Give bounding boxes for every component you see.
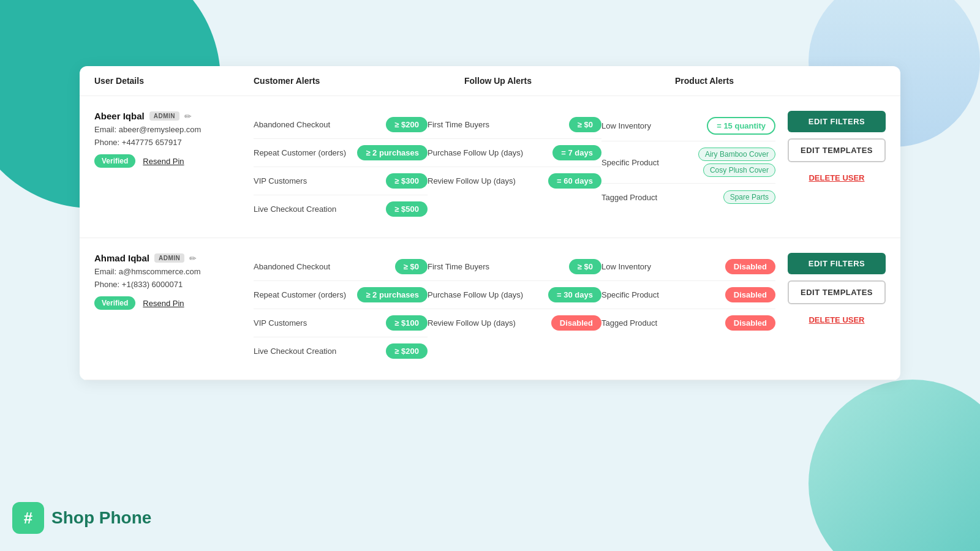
edit-filters-button[interactable]: EDIT FILTERS bbox=[788, 253, 886, 274]
user-row: Abeer Iqbal ADMIN ✏ Email: abeer@remysle… bbox=[80, 96, 900, 238]
follow-up-alert-item: Review Follow Up (days) = 60 days bbox=[428, 167, 601, 195]
user-phone: Phone: +447775 657917 bbox=[94, 138, 254, 147]
follow-up-alert-value: = 7 days bbox=[552, 145, 601, 160]
follow-up-alert-value: = 60 days bbox=[548, 173, 601, 189]
alert-label: VIP Customers bbox=[254, 176, 386, 186]
follow-up-alert-value: ≥ $0 bbox=[569, 117, 601, 132]
product-alert-value: Disabled bbox=[725, 287, 775, 302]
verified-badge: Verified bbox=[94, 154, 135, 168]
user-details: Ahmad Iqbal ADMIN ✏ Email: a@hmscommerce… bbox=[94, 253, 254, 310]
product-tags: Airy Bamboo CoverCosy Plush Cover bbox=[698, 148, 775, 177]
follow-up-alert-label: Review Follow Up (days) bbox=[428, 318, 551, 328]
follow-up-alert-label: Purchase Follow Up (days) bbox=[428, 148, 552, 157]
user-email: Email: a@hmscommerce.com bbox=[94, 267, 254, 276]
product-alert-item: Low Inventory= 15 quantity bbox=[601, 111, 775, 141]
admin-badge: ADMIN bbox=[154, 253, 184, 263]
alert-item: VIP Customers ≥ $300 bbox=[254, 167, 428, 195]
edit-templates-button[interactable]: EDIT TEMPLATES bbox=[788, 280, 886, 304]
edit-pencil-icon[interactable]: ✏ bbox=[184, 111, 192, 121]
bottom-logo: # Shop Phone bbox=[12, 502, 151, 534]
verified-badge: Verified bbox=[94, 296, 135, 310]
logo-hash: # bbox=[24, 509, 32, 528]
alert-item: Live Checkout Creation ≥ $500 bbox=[254, 195, 428, 223]
header-customer-alerts: Customer Alerts bbox=[254, 76, 464, 86]
alert-value: ≥ 2 purchases bbox=[357, 145, 428, 160]
edit-templates-button[interactable]: EDIT TEMPLATES bbox=[788, 138, 886, 162]
alert-item: Repeat Customer (orders) ≥ 2 purchases bbox=[254, 281, 428, 309]
product-alert-item: Specific ProductAiry Bamboo CoverCosy Pl… bbox=[601, 141, 775, 184]
product-alert-item: Low InventoryDisabled bbox=[601, 253, 775, 281]
user-name-row: Abeer Iqbal ADMIN ✏ bbox=[94, 111, 254, 121]
user-name: Abeer Iqbal bbox=[94, 111, 145, 121]
alert-value: ≥ $200 bbox=[386, 117, 428, 132]
alert-label: Abandoned Checkout bbox=[254, 120, 386, 129]
follow-up-alerts-section: First Time Buyers ≥ $0 Purchase Follow U… bbox=[428, 253, 601, 337]
product-alert-item: Tagged ProductSpare Parts bbox=[601, 184, 775, 211]
product-alert-item: Specific ProductDisabled bbox=[601, 281, 775, 309]
alert-value: ≥ 2 purchases bbox=[357, 287, 428, 302]
product-alert-label: Specific Product bbox=[601, 290, 659, 299]
edit-filters-button[interactable]: EDIT FILTERS bbox=[788, 111, 886, 132]
product-alerts-section: Low InventoryDisabledSpecific ProductDis… bbox=[601, 253, 775, 337]
follow-up-alert-item: First Time Buyers ≥ $0 bbox=[428, 111, 601, 139]
logo-icon: # bbox=[12, 502, 44, 534]
alert-label: Live Checkout Creation bbox=[254, 204, 386, 214]
product-alert-label: Tagged Product bbox=[601, 318, 657, 328]
alert-item: Repeat Customer (orders) ≥ 2 purchases bbox=[254, 139, 428, 167]
user-email: Email: abeer@remysleep.com bbox=[94, 125, 254, 134]
follow-up-alert-label: Purchase Follow Up (days) bbox=[428, 290, 548, 299]
follow-up-alert-value: Disabled bbox=[551, 315, 601, 331]
header-user-details: User Details bbox=[94, 76, 254, 86]
alert-value: ≥ $500 bbox=[386, 201, 428, 217]
resend-pin-link[interactable]: Resend Pin bbox=[143, 157, 184, 166]
follow-up-alert-item: Review Follow Up (days) Disabled bbox=[428, 309, 601, 337]
alert-value: ≥ $100 bbox=[386, 315, 428, 331]
logo-text: Shop Phone bbox=[51, 508, 151, 528]
follow-up-alert-label: Review Follow Up (days) bbox=[428, 176, 548, 186]
product-alert-item: Tagged ProductDisabled bbox=[601, 309, 775, 337]
product-alert-label: Tagged Product bbox=[601, 193, 657, 202]
user-actions: Verified Resend Pin bbox=[94, 296, 254, 310]
product-alert-value: = 15 quantity bbox=[707, 117, 775, 135]
alert-value: ≥ $300 bbox=[386, 173, 428, 189]
user-name-row: Ahmad Iqbal ADMIN ✏ bbox=[94, 253, 254, 263]
product-tag: Airy Bamboo Cover bbox=[698, 148, 775, 161]
product-tag: Cosy Plush Cover bbox=[703, 163, 775, 177]
header-follow-up-alerts: Follow Up Alerts bbox=[464, 76, 675, 86]
product-alerts-section: Low Inventory= 15 quantitySpecific Produ… bbox=[601, 111, 775, 211]
follow-up-alert-value: = 30 days bbox=[548, 287, 601, 302]
follow-up-alert-item: First Time Buyers ≥ $0 bbox=[428, 253, 601, 281]
alert-item: Abandoned Checkout ≥ $200 bbox=[254, 111, 428, 139]
customer-alerts-section: Abandoned Checkout ≥ $200 Repeat Custome… bbox=[254, 111, 428, 223]
user-name: Ahmad Iqbal bbox=[94, 253, 149, 263]
main-card: User Details Customer Alerts Follow Up A… bbox=[80, 66, 900, 380]
resend-pin-link[interactable]: Resend Pin bbox=[143, 299, 184, 308]
delete-user-button[interactable]: DELETE USER bbox=[788, 310, 886, 329]
product-alert-label: Low Inventory bbox=[601, 262, 651, 271]
user-details: Abeer Iqbal ADMIN ✏ Email: abeer@remysle… bbox=[94, 111, 254, 168]
user-rows-container: Abeer Iqbal ADMIN ✏ Email: abeer@remysle… bbox=[80, 96, 900, 380]
table-header: User Details Customer Alerts Follow Up A… bbox=[80, 66, 900, 96]
alert-label: Repeat Customer (orders) bbox=[254, 148, 357, 157]
alert-item: VIP Customers ≥ $100 bbox=[254, 309, 428, 337]
follow-up-alert-label: First Time Buyers bbox=[428, 262, 569, 271]
alert-label: Repeat Customer (orders) bbox=[254, 290, 357, 299]
alert-label: Live Checkout Creation bbox=[254, 347, 386, 356]
alert-item: Abandoned Checkout ≥ $0 bbox=[254, 253, 428, 281]
alert-value: ≥ $200 bbox=[386, 343, 428, 359]
product-tags: Spare Parts bbox=[723, 190, 775, 204]
edit-pencil-icon[interactable]: ✏ bbox=[189, 253, 197, 263]
alert-label: Abandoned Checkout bbox=[254, 262, 395, 271]
follow-up-alert-item: Purchase Follow Up (days) = 7 days bbox=[428, 139, 601, 167]
product-tag: Spare Parts bbox=[723, 190, 775, 204]
admin-badge: ADMIN bbox=[149, 111, 179, 121]
alert-value: ≥ $0 bbox=[395, 259, 428, 274]
header-product-alerts: Product Alerts bbox=[675, 76, 886, 86]
actions-column: EDIT FILTERS EDIT TEMPLATES DELETE USER bbox=[775, 253, 886, 329]
user-actions: Verified Resend Pin bbox=[94, 154, 254, 168]
follow-up-alerts-section: First Time Buyers ≥ $0 Purchase Follow U… bbox=[428, 111, 601, 195]
delete-user-button[interactable]: DELETE USER bbox=[788, 168, 886, 187]
actions-column: EDIT FILTERS EDIT TEMPLATES DELETE USER bbox=[775, 111, 886, 187]
alert-item: Live Checkout Creation ≥ $200 bbox=[254, 337, 428, 365]
product-alert-value: Disabled bbox=[725, 259, 775, 274]
